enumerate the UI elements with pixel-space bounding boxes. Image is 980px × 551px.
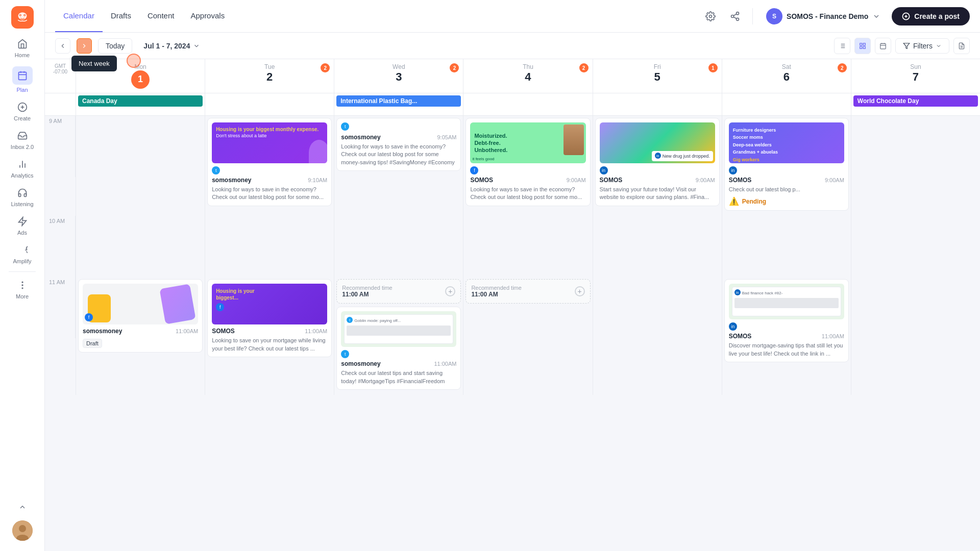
world-chocolate-day-event[interactable]: World Chocolate Day — [853, 95, 978, 107]
tab-calendar[interactable]: Calendar — [55, 0, 103, 32]
thu-badge: 2 — [579, 63, 589, 72]
time-col-wed-11am: Recommended time 11:00 AM + t Goblin mod… — [334, 277, 463, 395]
sidebar-item-home[interactable]: Home — [0, 34, 44, 62]
twitter-icon: t — [212, 166, 220, 174]
post-card-tue-11am[interactable]: Housing is yourbiggest... f SOMOS 11:00A… — [207, 279, 332, 357]
post-card-fri-9am[interactable]: in New drug just dropped. in SOMOS 9:00A… — [595, 118, 720, 206]
filters-label: Filters — [913, 42, 933, 50]
facebook-icon: f — [470, 166, 478, 174]
sidebar-item-label: Analytics — [11, 172, 33, 179]
chevron-down-icon — [872, 12, 880, 20]
filters-button[interactable]: Filters — [895, 38, 949, 54]
linkedin-icon: in — [600, 166, 608, 174]
time-label-11am: 11 AM — [45, 277, 76, 338]
allday-cell-tue — [205, 93, 334, 115]
sidebar-item-amplify[interactable]: Amplify — [0, 240, 44, 268]
app-logo[interactable] — [11, 6, 34, 29]
svg-point-24 — [731, 15, 734, 17]
list-view-button[interactable] — [834, 38, 850, 54]
facebook-icon: f — [216, 303, 224, 311]
allday-cell-fri — [593, 93, 722, 115]
svg-point-16 — [22, 285, 23, 286]
warning-icon: ⚠️ — [729, 196, 739, 206]
svg-marker-15 — [18, 217, 26, 226]
report-button[interactable] — [953, 38, 970, 54]
tab-approvals[interactable]: Approvals — [182, 0, 233, 32]
recommended-time-thu[interactable]: Recommended time 11:00 AM + — [465, 279, 590, 304]
day-header-tue: Tue 2 2 — [205, 59, 334, 93]
account-avatar: S — [766, 8, 782, 24]
account-name: SOMOS - Finance Demo — [787, 12, 868, 20]
date-range-label: Jul 1 - 7, 2024 — [143, 42, 190, 50]
sidebar-item-plan[interactable]: Plan — [0, 62, 44, 97]
time-col-mon-9am — [76, 116, 205, 216]
more-icon — [16, 279, 29, 291]
day-header-sun: Sun 7 — [851, 59, 980, 93]
linkedin-icon: in — [734, 289, 741, 295]
account-selector[interactable]: S SOMOS - Finance Demo — [761, 5, 886, 28]
sidebar-collapse-btn[interactable] — [12, 497, 33, 517]
post-card-thu-9am[interactable]: Moisturized.Debt-free.Unbothered. it fee… — [465, 118, 590, 206]
post-card-mon-11am[interactable]: f somosmoney 11:00AM Draft — [78, 279, 203, 353]
sidebar-item-label: Inbox 2.0 — [11, 144, 34, 150]
time-grid: 9 AM Housing is your biggest monthly exp… — [45, 116, 980, 395]
create-post-button[interactable]: Create a post — [892, 7, 970, 26]
sidebar-item-label: Home — [15, 52, 30, 58]
post-card-sat-11am[interactable]: in Bad finance hack #82- in SOMOS 11:00A… — [724, 279, 849, 362]
today-button[interactable]: Today — [98, 38, 132, 54]
post-card-tue-9am[interactable]: Housing is your biggest monthly expense.… — [207, 118, 332, 206]
tab-drafts[interactable]: Drafts — [103, 0, 139, 32]
prev-week-button[interactable] — [55, 38, 70, 54]
day-header-thu: Thu 4 2 — [463, 59, 592, 93]
time-col-mon-11am: f somosmoney 11:00AM Draft — [76, 277, 205, 395]
date-range-picker[interactable]: Jul 1 - 7, 2024 — [138, 39, 205, 53]
add-post-icon[interactable]: + — [445, 286, 455, 296]
post-card-wed-11am[interactable]: t Goblin mode: paying off... t somosmone… — [336, 307, 461, 390]
svg-marker-45 — [903, 43, 910, 48]
sidebar-item-inbox[interactable]: Inbox 2.0 — [0, 126, 44, 154]
settings-button[interactable] — [701, 7, 720, 26]
toolbar-right: Filters — [834, 38, 970, 54]
svg-line-27 — [733, 14, 737, 15]
calendar-toolbar: Next week Today Jul 1 - 7, 2024 Filters — [45, 33, 980, 59]
sidebar-item-label: Create — [14, 115, 31, 121]
twitter-icon: t — [341, 122, 349, 131]
time-col-thu-9am: Moisturized.Debt-free.Unbothered. it fee… — [463, 116, 592, 216]
sidebar-item-create[interactable]: Create — [0, 97, 44, 126]
sidebar-item-label: Listening — [11, 201, 33, 207]
add-post-icon[interactable]: + — [575, 286, 585, 296]
canada-day-event[interactable]: Canada Day — [78, 95, 203, 107]
next-week-button[interactable] — [77, 38, 92, 54]
pending-badge: Pending — [742, 198, 766, 205]
plastic-bag-event[interactable]: International Plastic Bag... — [336, 95, 461, 107]
nav-tabs: Calendar Drafts Content Approvals — [55, 0, 701, 32]
sidebar-item-listening[interactable]: Listening — [0, 183, 44, 211]
post-card-sat-9am[interactable]: Furniture designersSoccer momsDeep-sea w… — [724, 118, 849, 211]
grid-view-button[interactable] — [854, 38, 871, 54]
post-card-wed-9am[interactable]: t somosmoney 9:05AM Looking for ways to … — [336, 118, 461, 171]
time-col-sat-9am: Furniture designersSoccer momsDeep-sea w… — [722, 116, 851, 216]
time-col-sat-11am: in Bad finance hack #82- in SOMOS 11:00A… — [722, 277, 851, 395]
sidebar-divider — [9, 271, 35, 272]
sidebar-item-more[interactable]: More — [0, 275, 44, 304]
time-col-sun-11am — [851, 277, 980, 395]
time-col-sun-9am — [851, 116, 980, 216]
calendar-view-button[interactable] — [875, 38, 891, 54]
time-col-fri-10am — [593, 216, 722, 277]
recommended-time-wed[interactable]: Recommended time 11:00 AM + — [336, 279, 461, 304]
sidebar-item-analytics[interactable]: Analytics — [0, 154, 44, 183]
user-avatar[interactable] — [12, 520, 33, 541]
sat-badge: 2 — [838, 63, 847, 72]
time-label-9am: 9 AM — [45, 116, 76, 177]
time-col-tue-10am — [205, 216, 334, 277]
sidebar-item-label: More — [16, 293, 29, 299]
sidebar-item-label: Plan — [16, 87, 28, 93]
sidebar-item-ads[interactable]: Ads — [0, 211, 44, 240]
main-content: Calendar Drafts Content Approvals S SOMO… — [45, 0, 980, 551]
allday-cell-wed: International Plastic Bag... — [334, 93, 463, 115]
wed-badge: 2 — [450, 63, 459, 72]
calendar-icon — [12, 66, 33, 85]
time-col-fri-9am: in New drug just dropped. in SOMOS 9:00A… — [593, 116, 722, 216]
tab-content[interactable]: Content — [139, 0, 183, 32]
share-button[interactable] — [726, 7, 744, 26]
